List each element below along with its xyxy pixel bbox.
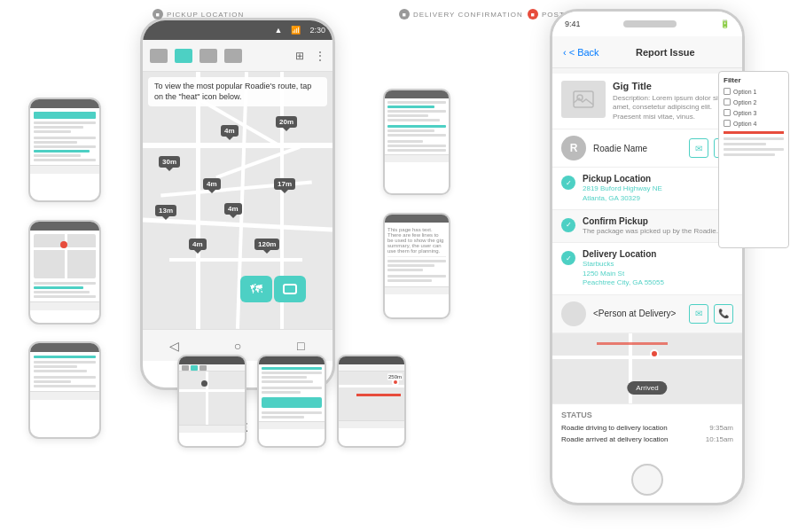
small-line [34,380,71,383]
delivery-name: Starbucks [583,260,733,269]
bottom-status-bar [339,356,404,364]
map-pin: 17m [274,178,295,190]
small-bottom-bar [30,391,99,400]
roadie-name: Roadie Name [593,144,682,153]
map-road [143,143,332,148]
car-icon[interactable] [175,49,192,63]
map-pin: 20m [276,116,297,128]
roadie-avatar: R [561,136,586,160]
small-status-bar [30,343,99,352]
map-road [196,72,200,329]
mid-header-text: This page has text. There are few lines … [387,225,446,257]
bottom-map [179,372,245,425]
delivery-icon-col: ✓ [561,249,575,287]
confirm-pickup-label: Confirm Pickup [583,216,733,226]
bottom-line [262,411,322,414]
mid-phone-1 [383,89,450,195]
delivery-call-button[interactable]: 📞 [714,304,733,324]
small-accent-line [34,150,90,153]
delivery-section: ✓ Delivery Location Starbucks 1250 Main … [552,243,742,294]
filter-label-1: Option 1 [733,89,756,95]
bottom-content [259,364,325,421]
map-pin: 30m [159,156,180,168]
mid-line [387,140,423,143]
filter-line [724,153,775,156]
filter-checkbox-4[interactable] [724,120,731,127]
confirm-content: Confirm Pickup The package was picked up… [583,216,733,236]
map-pin: 4m [221,125,239,137]
pickup-icon-col: ✓ [561,174,575,203]
small-bottom-bar [30,301,99,310]
delivery-road [552,356,742,359]
small-status-bar [30,222,99,231]
delivery-route [597,342,668,345]
mid-line [387,264,434,267]
delivery-check-icon: ✓ [561,251,575,265]
filter-row-4: Option 4 [724,120,784,127]
bottom-button[interactable] [262,397,322,408]
map-pin: 4m [189,239,207,250]
filter-checkbox-3[interactable] [724,109,731,116]
home-button[interactable]: ○ [224,337,251,355]
confirm-pickup-section: ✓ Confirm Pickup The package was picked … [552,210,742,243]
bottom-line [262,391,301,394]
small-line [34,159,96,161]
small-status-bar [30,99,99,108]
small-line [34,130,71,133]
back-button[interactable]: ◁ [161,337,188,355]
bottom-accent [262,367,322,370]
map-pin: 4m [224,203,242,215]
filter-icon[interactable]: ⊞ [295,50,304,62]
ios-battery: 🔋 [720,20,730,28]
small-accent-line [34,286,83,289]
confirm-pickup-note: The package was picked up by the Roadie. [583,227,733,236]
mid-line [387,260,446,262]
bottom-line [262,376,307,379]
android-status-bar: ▲ 📶 2:30 [143,20,332,40]
bottom-phone-2 [257,355,326,448]
bottom-line [262,416,304,419]
bottom-icon-active [191,365,198,371]
mid-line [387,101,446,104]
chat-button[interactable] [274,276,306,302]
pickup-dot: ■ [153,9,163,20]
person-icon[interactable] [200,49,217,63]
mid-line [387,129,434,132]
person-at-delivery-row: <Person at Delivery> ✉ 📞 [552,295,742,333]
ios-notch [623,20,677,27]
bottom-icon [182,365,189,371]
small-bottom-bar [30,165,99,174]
bottom-app-bar [339,364,404,372]
status-time-2: 10:15am [706,435,733,443]
map-icon[interactable] [150,49,168,63]
ios-nav-title: Report Issue [636,47,695,58]
bottom-phone-3: 250m [337,355,406,448]
message-button[interactable]: ✉ [689,138,708,158]
small-line [34,385,96,387]
small-content [30,352,99,391]
chat-icon [283,284,297,294]
map-view-button[interactable]: 🗺 [240,276,272,302]
mid-line [387,114,428,117]
small-line [34,154,81,157]
status-text-1: Roadie driving to delivery location [561,424,668,432]
small-line [34,145,96,148]
recents-button[interactable]: □ [287,337,314,355]
filter-checkbox-1[interactable] [724,88,731,95]
delivery-message-button[interactable]: ✉ [689,304,708,324]
map-pin: 4m [203,178,221,190]
ios-back-button[interactable]: ‹ < Back [563,47,599,58]
small-line [34,291,90,293]
box-icon[interactable] [224,49,242,63]
delivery-dot: ■ [399,9,410,20]
filter-checkbox-2[interactable] [724,98,731,106]
filter-row-1: Option 1 [724,88,784,95]
filter-label-2: Option 2 [733,99,756,106]
ios-home-button[interactable] [631,464,663,496]
small-line [34,141,77,144]
gig-info: Gig Title Description: Lorem ipsum dolor… [613,81,733,121]
more-icon[interactable]: ⋮ [315,50,325,62]
filter-row-2: Option 2 [724,98,784,106]
delivery-person-name: <Person at Delivery> [593,309,682,318]
small-phone-1 [28,98,101,202]
